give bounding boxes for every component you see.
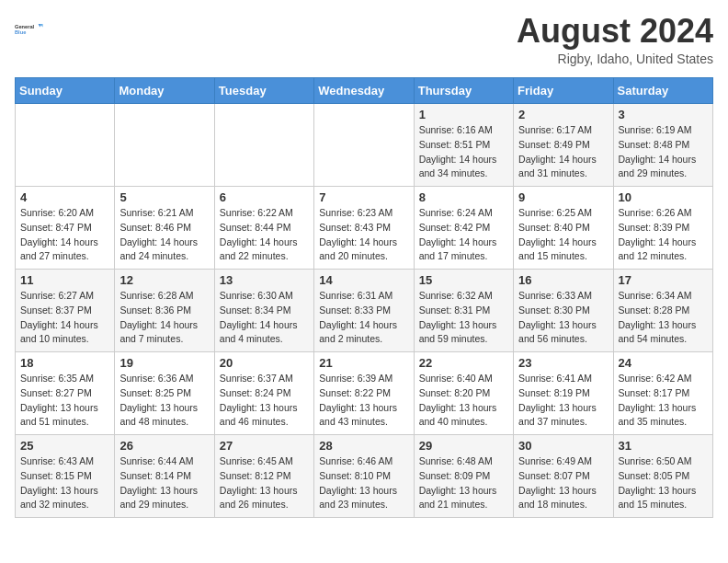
week-row-4: 18Sunrise: 6:35 AMSunset: 8:27 PMDayligh… [16, 352, 713, 435]
day-info: Sunrise: 6:32 AMSunset: 8:31 PMDaylight:… [419, 290, 497, 344]
col-saturday: Saturday [613, 78, 712, 104]
day-cell [314, 104, 414, 187]
day-number: 6 [220, 190, 309, 204]
day-number: 25 [20, 439, 109, 453]
day-info: Sunrise: 6:26 AMSunset: 8:39 PMDaylight:… [619, 207, 697, 261]
day-cell: 4Sunrise: 6:20 AMSunset: 8:47 PMDaylight… [16, 187, 115, 270]
day-number: 8 [419, 190, 508, 204]
day-info: Sunrise: 6:41 AMSunset: 8:19 PMDaylight:… [518, 373, 597, 427]
location-subtitle: Rigby, Idaho, United States [517, 52, 713, 66]
day-cell: 11Sunrise: 6:27 AMSunset: 8:37 PMDayligh… [16, 270, 115, 352]
month-year-title: August 2024 [517, 15, 713, 48]
day-info: Sunrise: 6:30 AMSunset: 8:34 PMDaylight:… [220, 290, 298, 344]
day-cell: 20Sunrise: 6:37 AMSunset: 8:24 PMDayligh… [214, 352, 313, 435]
day-number: 27 [220, 439, 309, 453]
day-number: 21 [319, 356, 408, 370]
col-tuesday: Tuesday [214, 78, 313, 104]
week-row-3: 11Sunrise: 6:27 AMSunset: 8:37 PMDayligh… [16, 270, 713, 352]
day-cell: 17Sunrise: 6:34 AMSunset: 8:28 PMDayligh… [613, 270, 712, 352]
day-cell: 22Sunrise: 6:40 AMSunset: 8:20 PMDayligh… [414, 352, 513, 435]
day-cell: 18Sunrise: 6:35 AMSunset: 8:27 PMDayligh… [16, 352, 115, 435]
day-info: Sunrise: 6:50 AMSunset: 8:05 PMDaylight:… [619, 455, 697, 510]
day-number: 20 [220, 356, 309, 370]
day-cell: 21Sunrise: 6:39 AMSunset: 8:22 PMDayligh… [314, 352, 414, 435]
day-number: 16 [518, 273, 608, 287]
day-cell: 13Sunrise: 6:30 AMSunset: 8:34 PMDayligh… [214, 270, 313, 352]
day-number: 17 [619, 273, 708, 287]
day-info: Sunrise: 6:46 AMSunset: 8:10 PMDaylight:… [319, 455, 397, 510]
day-cell: 23Sunrise: 6:41 AMSunset: 8:19 PMDayligh… [514, 352, 613, 435]
day-info: Sunrise: 6:31 AMSunset: 8:33 PMDaylight:… [319, 290, 397, 344]
day-info: Sunrise: 6:22 AMSunset: 8:44 PMDaylight:… [220, 207, 298, 261]
col-monday: Monday [115, 78, 214, 104]
day-number: 19 [119, 356, 209, 370]
day-cell: 10Sunrise: 6:26 AMSunset: 8:39 PMDayligh… [613, 187, 712, 270]
day-number: 4 [20, 190, 109, 204]
day-number: 11 [20, 273, 109, 287]
day-cell [214, 104, 313, 187]
day-number: 23 [518, 356, 608, 370]
day-info: Sunrise: 6:16 AMSunset: 8:51 PMDaylight:… [419, 124, 497, 178]
day-info: Sunrise: 6:36 AMSunset: 8:25 PMDaylight:… [119, 373, 198, 427]
day-number: 14 [319, 273, 408, 287]
week-row-5: 25Sunrise: 6:43 AMSunset: 8:15 PMDayligh… [16, 435, 713, 518]
day-cell: 12Sunrise: 6:28 AMSunset: 8:36 PMDayligh… [115, 270, 214, 352]
day-info: Sunrise: 6:42 AMSunset: 8:17 PMDaylight:… [619, 373, 697, 427]
page-header: GeneralBlue August 2024 Rigby, Idaho, Un… [15, 15, 713, 66]
day-cell: 24Sunrise: 6:42 AMSunset: 8:17 PMDayligh… [613, 352, 712, 435]
day-info: Sunrise: 6:24 AMSunset: 8:42 PMDaylight:… [419, 207, 497, 261]
day-info: Sunrise: 6:28 AMSunset: 8:36 PMDaylight:… [119, 290, 198, 344]
day-info: Sunrise: 6:21 AMSunset: 8:46 PMDaylight:… [119, 207, 198, 261]
day-number: 31 [619, 439, 708, 453]
day-info: Sunrise: 6:33 AMSunset: 8:30 PMDaylight:… [518, 290, 597, 344]
title-block: August 2024 Rigby, Idaho, United States [517, 15, 713, 66]
day-cell: 2Sunrise: 6:17 AMSunset: 8:49 PMDaylight… [514, 104, 613, 187]
day-cell: 1Sunrise: 6:16 AMSunset: 8:51 PMDaylight… [414, 104, 513, 187]
day-cell: 5Sunrise: 6:21 AMSunset: 8:46 PMDaylight… [115, 187, 214, 270]
day-number: 13 [220, 273, 309, 287]
day-number: 26 [119, 439, 209, 453]
day-number: 18 [20, 356, 109, 370]
day-cell: 14Sunrise: 6:31 AMSunset: 8:33 PMDayligh… [314, 270, 414, 352]
day-number: 5 [119, 190, 209, 204]
day-cell: 29Sunrise: 6:48 AMSunset: 8:09 PMDayligh… [414, 435, 513, 518]
svg-text:General: General [15, 24, 35, 29]
day-info: Sunrise: 6:43 AMSunset: 8:15 PMDaylight:… [20, 455, 98, 510]
day-cell: 31Sunrise: 6:50 AMSunset: 8:05 PMDayligh… [613, 435, 712, 518]
day-cell: 9Sunrise: 6:25 AMSunset: 8:40 PMDaylight… [514, 187, 613, 270]
day-cell: 15Sunrise: 6:32 AMSunset: 8:31 PMDayligh… [414, 270, 513, 352]
day-number: 15 [419, 273, 508, 287]
day-cell: 8Sunrise: 6:24 AMSunset: 8:42 PMDaylight… [414, 187, 513, 270]
day-number: 22 [419, 356, 508, 370]
day-info: Sunrise: 6:34 AMSunset: 8:28 PMDaylight:… [619, 290, 697, 344]
day-number: 12 [119, 273, 209, 287]
day-number: 30 [518, 439, 608, 453]
day-cell [16, 104, 115, 187]
day-number: 28 [319, 439, 408, 453]
day-info: Sunrise: 6:37 AMSunset: 8:24 PMDaylight:… [220, 373, 298, 427]
svg-text:Blue: Blue [15, 29, 26, 35]
day-info: Sunrise: 6:19 AMSunset: 8:48 PMDaylight:… [619, 124, 697, 178]
day-cell: 6Sunrise: 6:22 AMSunset: 8:44 PMDaylight… [214, 187, 313, 270]
day-number: 9 [518, 190, 608, 204]
day-cell: 28Sunrise: 6:46 AMSunset: 8:10 PMDayligh… [314, 435, 414, 518]
day-info: Sunrise: 6:40 AMSunset: 8:20 PMDaylight:… [419, 373, 497, 427]
day-info: Sunrise: 6:27 AMSunset: 8:37 PMDaylight:… [20, 290, 98, 344]
day-info: Sunrise: 6:44 AMSunset: 8:14 PMDaylight:… [119, 455, 198, 510]
day-number: 7 [319, 190, 408, 204]
day-number: 1 [419, 108, 508, 121]
day-info: Sunrise: 6:17 AMSunset: 8:49 PMDaylight:… [518, 124, 597, 178]
day-number: 10 [619, 190, 708, 204]
col-sunday: Sunday [16, 78, 115, 104]
day-number: 29 [419, 439, 508, 453]
day-cell: 19Sunrise: 6:36 AMSunset: 8:25 PMDayligh… [115, 352, 214, 435]
day-cell: 30Sunrise: 6:49 AMSunset: 8:07 PMDayligh… [514, 435, 613, 518]
day-cell: 16Sunrise: 6:33 AMSunset: 8:30 PMDayligh… [514, 270, 613, 352]
day-cell: 3Sunrise: 6:19 AMSunset: 8:48 PMDaylight… [613, 104, 712, 187]
day-info: Sunrise: 6:23 AMSunset: 8:43 PMDaylight:… [319, 207, 397, 261]
calendar-table: Sunday Monday Tuesday Wednesday Thursday… [15, 77, 713, 518]
day-info: Sunrise: 6:20 AMSunset: 8:47 PMDaylight:… [20, 207, 98, 261]
day-info: Sunrise: 6:45 AMSunset: 8:12 PMDaylight:… [220, 455, 298, 510]
day-info: Sunrise: 6:25 AMSunset: 8:40 PMDaylight:… [518, 207, 597, 261]
col-wednesday: Wednesday [314, 78, 414, 104]
